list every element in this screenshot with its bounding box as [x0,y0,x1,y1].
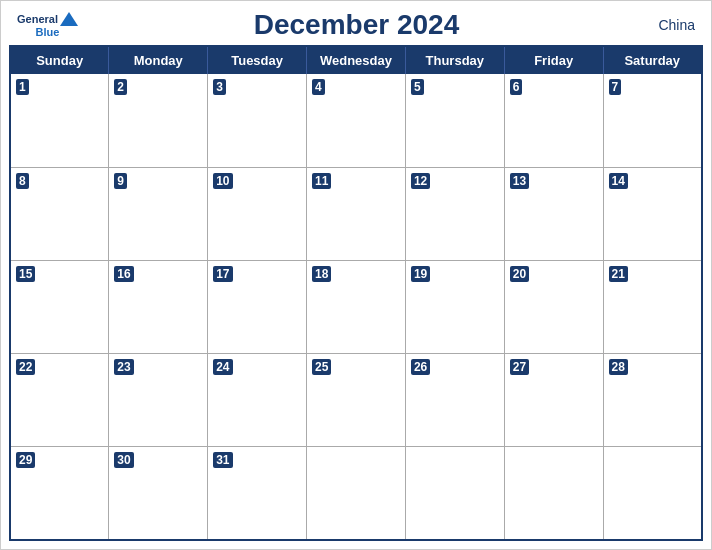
day-number-26: 26 [411,359,430,375]
header-saturday: Saturday [603,46,702,74]
calendar-cell-w2-d3: 10 [208,167,307,260]
header-wednesday: Wednesday [307,46,406,74]
header-sunday: Sunday [10,46,109,74]
day-number-14: 14 [609,173,628,189]
calendar-week-4: 22232425262728 [10,354,702,447]
calendar-cell-w3-d2: 16 [109,260,208,353]
header-thursday: Thursday [405,46,504,74]
logo-blue-text: Blue [36,26,60,38]
calendar-cell-w3-d3: 17 [208,260,307,353]
logo-general-text: General [17,13,58,25]
calendar-cell-w4-d3: 24 [208,354,307,447]
header-monday: Monday [109,46,208,74]
calendar-cell-w4-d2: 23 [109,354,208,447]
calendar-cell-w5-d6 [504,447,603,540]
header-tuesday: Tuesday [208,46,307,74]
day-number-9: 9 [114,173,127,189]
day-number-18: 18 [312,266,331,282]
calendar-cell-w2-d5: 12 [405,167,504,260]
day-number-23: 23 [114,359,133,375]
calendar-cell-w4-d1: 22 [10,354,109,447]
day-number-5: 5 [411,79,424,95]
day-number-3: 3 [213,79,226,95]
day-number-25: 25 [312,359,331,375]
calendar-cell-w2-d2: 9 [109,167,208,260]
day-number-31: 31 [213,452,232,468]
day-number-13: 13 [510,173,529,189]
day-number-8: 8 [16,173,29,189]
calendar-week-2: 891011121314 [10,167,702,260]
day-number-29: 29 [16,452,35,468]
day-number-20: 20 [510,266,529,282]
day-number-10: 10 [213,173,232,189]
calendar-cell-w2-d1: 8 [10,167,109,260]
calendar-cell-w1-d3: 3 [208,74,307,167]
calendar-table: Sunday Monday Tuesday Wednesday Thursday… [9,45,703,541]
calendar-cell-w3-d4: 18 [307,260,406,353]
day-number-2: 2 [114,79,127,95]
calendar-wrapper: Sunday Monday Tuesday Wednesday Thursday… [1,45,711,549]
day-number-12: 12 [411,173,430,189]
calendar-cell-w2-d6: 13 [504,167,603,260]
calendar-cell-w3-d6: 20 [504,260,603,353]
calendar-week-1: 1234567 [10,74,702,167]
day-number-15: 15 [16,266,35,282]
day-number-21: 21 [609,266,628,282]
svg-marker-0 [60,12,78,26]
calendar-cell-w5-d3: 31 [208,447,307,540]
calendar-cell-w4-d7: 28 [603,354,702,447]
calendar-cell-w4-d6: 27 [504,354,603,447]
day-number-22: 22 [16,359,35,375]
day-number-28: 28 [609,359,628,375]
calendar-cell-w2-d4: 11 [307,167,406,260]
month-title: December 2024 [78,9,635,41]
day-number-30: 30 [114,452,133,468]
weekday-header-row: Sunday Monday Tuesday Wednesday Thursday… [10,46,702,74]
calendar-cell-w1-d5: 5 [405,74,504,167]
calendar-cell-w1-d1: 1 [10,74,109,167]
calendar-cell-w1-d6: 6 [504,74,603,167]
calendar-cell-w4-d4: 25 [307,354,406,447]
calendar-cell-w5-d7 [603,447,702,540]
calendar-cell-w4-d5: 26 [405,354,504,447]
day-number-11: 11 [312,173,331,189]
day-number-1: 1 [16,79,29,95]
day-number-24: 24 [213,359,232,375]
calendar-cell-w5-d1: 29 [10,447,109,540]
day-number-4: 4 [312,79,325,95]
calendar-week-5: 293031 [10,447,702,540]
calendar-header: General Blue December 2024 China [1,1,711,45]
country-label: China [635,17,695,33]
day-number-17: 17 [213,266,232,282]
day-number-19: 19 [411,266,430,282]
calendar-cell-w1-d7: 7 [603,74,702,167]
calendar-cell-w3-d5: 19 [405,260,504,353]
calendar-cell-w3-d7: 21 [603,260,702,353]
day-number-7: 7 [609,79,622,95]
calendar-body: 1234567891011121314151617181920212223242… [10,74,702,540]
calendar-week-3: 15161718192021 [10,260,702,353]
calendar-cell-w1-d4: 4 [307,74,406,167]
logo-bird-icon [60,12,78,26]
calendar-cell-w5-d4 [307,447,406,540]
day-number-16: 16 [114,266,133,282]
day-number-27: 27 [510,359,529,375]
calendar-cell-w1-d2: 2 [109,74,208,167]
logo: General Blue [17,12,78,38]
header-friday: Friday [504,46,603,74]
day-number-6: 6 [510,79,523,95]
calendar-cell-w5-d5 [405,447,504,540]
calendar-cell-w3-d1: 15 [10,260,109,353]
calendar-cell-w5-d2: 30 [109,447,208,540]
calendar-cell-w2-d7: 14 [603,167,702,260]
